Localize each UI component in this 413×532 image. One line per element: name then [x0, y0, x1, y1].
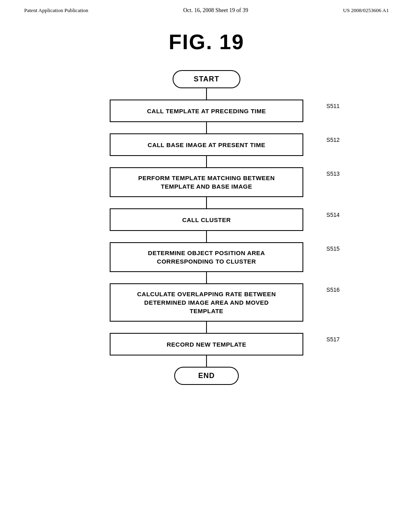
step-s512-container: CALL BASE IMAGE AT PRESENT TIME S512: [110, 133, 303, 156]
connector-7: [206, 322, 207, 333]
step-s513-container: PERFORM TEMPLATE MATCHING BETWEEN TEMPLA…: [110, 167, 303, 197]
label-s516: S516: [326, 287, 340, 293]
connector-2: [206, 122, 207, 133]
step-s512: CALL BASE IMAGE AT PRESENT TIME: [110, 133, 303, 156]
label-s513: S513: [326, 170, 340, 177]
flowchart: START CALL TEMPLATE AT PRECEDING TIME S5…: [0, 70, 413, 385]
step-s513: PERFORM TEMPLATE MATCHING BETWEEN TEMPLA…: [110, 167, 303, 197]
step-s511: CALL TEMPLATE AT PRECEDING TIME: [110, 100, 303, 122]
step-s514: CALL CLUSTER: [110, 208, 303, 231]
start-node: START: [173, 70, 240, 88]
step-s517-container: RECORD NEW TEMPLATE S517: [110, 333, 303, 355]
header-right: US 2008/0253606 A1: [343, 7, 389, 14]
step-s514-container: CALL CLUSTER S514: [110, 208, 303, 231]
step-s511-container: CALL TEMPLATE AT PRECEDING TIME S511: [110, 100, 303, 122]
end-shape: END: [174, 367, 239, 385]
connector-5: [206, 231, 207, 242]
step-s517: RECORD NEW TEMPLATE: [110, 333, 303, 355]
label-s511: S511: [326, 103, 340, 109]
end-node: END: [174, 367, 239, 385]
connector-1: [206, 88, 207, 100]
step-s516-container: CALCULATE OVERLAPPING RATE BETWEEN DETER…: [110, 283, 303, 322]
start-shape: START: [173, 70, 240, 88]
label-s517: S517: [326, 336, 340, 343]
header-center: Oct. 16, 2008 Sheet 19 of 39: [183, 7, 248, 14]
label-s514: S514: [326, 212, 340, 218]
connector-3: [206, 156, 207, 167]
step-s515-container: DETERMINE OBJECT POSITION AREA CORRESPON…: [110, 242, 303, 272]
step-s516: CALCULATE OVERLAPPING RATE BETWEEN DETER…: [110, 283, 303, 322]
figure-title: FIG. 19: [0, 30, 413, 54]
page-header: Patent Application Publication Oct. 16, …: [0, 0, 413, 18]
label-s515: S515: [326, 245, 340, 252]
step-s515: DETERMINE OBJECT POSITION AREA CORRESPON…: [110, 242, 303, 272]
header-left: Patent Application Publication: [24, 7, 88, 14]
connector-6: [206, 272, 207, 283]
connector-4: [206, 197, 207, 208]
connector-8: [206, 355, 207, 367]
label-s512: S512: [326, 137, 340, 143]
